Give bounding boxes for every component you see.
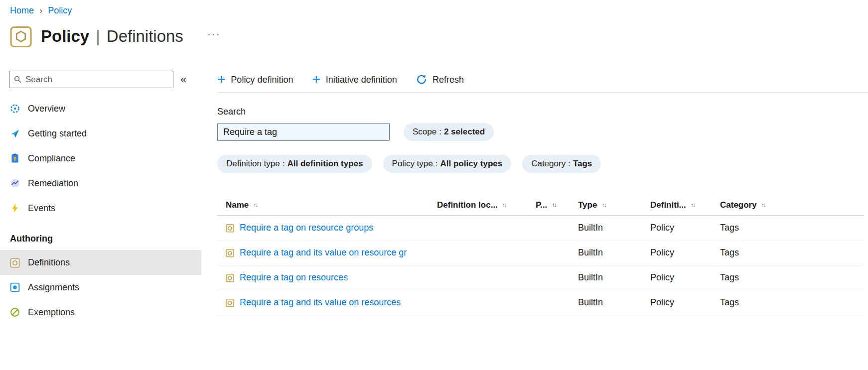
definition-link[interactable]: Require a tag on resources xyxy=(240,272,348,283)
toolbar-divider xyxy=(217,92,868,93)
breadcrumb: Home › Policy xyxy=(0,0,868,16)
cell-definition-type: Policy xyxy=(650,272,720,283)
plus-icon: + xyxy=(217,75,225,84)
filter-pill-value: All policy types xyxy=(440,159,502,169)
sidebar-item-overview[interactable]: Overview xyxy=(0,96,201,121)
search-field-label: Search xyxy=(217,107,868,117)
cell-category: Tags xyxy=(720,247,864,258)
sidebar-item-label: Overview xyxy=(28,104,65,114)
sidebar-item-remediation[interactable]: Remediation xyxy=(0,171,201,196)
filter-pill-separator: : xyxy=(435,159,438,169)
sort-icon: ↑↓ xyxy=(253,202,257,209)
column-header-label: Definiti... xyxy=(650,200,686,210)
table-row[interactable]: Require a tag and its value on resource … xyxy=(217,241,864,265)
sidebar-item-compliance[interactable]: Compliance xyxy=(0,146,201,171)
sidebar-item-getting-started[interactable]: Getting started xyxy=(0,121,201,146)
filter-pill-name: Policy type xyxy=(392,159,433,169)
filter-pill-definition-type[interactable]: Definition type : All definition types xyxy=(217,155,372,173)
sidebar-item-label: Getting started xyxy=(28,128,87,139)
name-cell: Require a tag on resource groups xyxy=(226,223,437,233)
sidebar-item-label: Remediation xyxy=(28,178,78,189)
policy-definition-icon xyxy=(226,248,234,257)
filter-row-2: Definition type : All definition types P… xyxy=(217,155,868,173)
assignments-icon xyxy=(10,282,20,292)
column-header-definition-location[interactable]: Definition loc... ↑↓ xyxy=(437,200,536,210)
definitions-table: Name ↑↓ Definition loc... ↑↓ P... ↑↓ Typ… xyxy=(217,195,868,315)
name-cell: Require a tag and its value on resource … xyxy=(226,247,437,258)
sidebar-searchbox[interactable] xyxy=(9,71,173,88)
breadcrumb-policy-link[interactable]: Policy xyxy=(48,5,72,16)
sidebar-section-authoring: Authoring xyxy=(0,221,201,250)
policy-definition-button[interactable]: + Policy definition xyxy=(217,75,293,85)
table-row[interactable]: Require a tag on resources BuiltIn Polic… xyxy=(217,265,864,290)
column-header-label: P... xyxy=(536,200,547,210)
table-row[interactable]: Require a tag and its value on resources… xyxy=(217,290,864,315)
column-header-label: Type xyxy=(578,200,597,210)
column-header-name[interactable]: Name ↑↓ xyxy=(226,200,437,210)
column-header-definition-type[interactable]: Definiti... ↑↓ xyxy=(650,200,720,210)
sidebar-item-label: Assignments xyxy=(28,282,79,293)
sort-icon: ↑↓ xyxy=(502,202,506,209)
cell-type: BuiltIn xyxy=(578,272,650,283)
name-cell: Require a tag and its value on resources xyxy=(226,297,437,308)
sort-icon: ↑↓ xyxy=(601,202,605,209)
definition-link[interactable]: Require a tag on resource groups xyxy=(240,223,373,233)
exemptions-icon xyxy=(10,307,20,317)
column-header-category[interactable]: Category ↑↓ xyxy=(720,200,864,210)
sidebar-item-definitions[interactable]: Definitions xyxy=(0,250,201,275)
policy-definition-icon xyxy=(226,273,234,282)
breadcrumb-separator-icon: › xyxy=(39,5,42,16)
filter-pill-policy-type[interactable]: Policy type : All policy types xyxy=(383,155,512,173)
column-header-policies[interactable]: P... ↑↓ xyxy=(536,200,578,210)
cell-definition-type: Policy xyxy=(650,247,720,258)
column-header-label: Name xyxy=(226,200,249,210)
column-header-label: Definition loc... xyxy=(437,200,498,210)
filter-row-1: Scope : 2 selected xyxy=(217,123,868,141)
more-options-icon[interactable]: ··· xyxy=(207,28,221,40)
sidebar-item-label: Definitions xyxy=(28,257,70,268)
sidebar-item-label: Exemptions xyxy=(28,307,75,318)
definition-search-input[interactable] xyxy=(217,123,390,141)
filter-pill-separator: : xyxy=(283,159,285,169)
cell-category: Tags xyxy=(720,297,864,308)
filter-pill-value: 2 selected xyxy=(444,127,485,137)
collapse-sidebar-icon[interactable]: « xyxy=(180,73,186,86)
definition-link[interactable]: Require a tag and its value on resources xyxy=(240,297,401,308)
filter-pill-scope[interactable]: Scope : 2 selected xyxy=(404,123,494,141)
cell-type: BuiltIn xyxy=(578,223,650,233)
cell-category: Tags xyxy=(720,272,864,283)
cell-type: BuiltIn xyxy=(578,297,650,308)
refresh-button[interactable]: Refresh xyxy=(416,74,464,85)
sort-icon: ↑↓ xyxy=(761,202,765,209)
sidebar-item-assignments[interactable]: Assignments xyxy=(0,275,201,300)
page-title-primary: Policy xyxy=(41,27,89,46)
filter-pill-name: Scope xyxy=(413,127,436,137)
column-header-type[interactable]: Type ↑↓ xyxy=(578,200,650,210)
cell-definition-type: Policy xyxy=(650,223,720,233)
command-bar: + Policy definition + Initiative definit… xyxy=(217,71,868,89)
sidebar: « Overview Getting started Compliance xyxy=(0,71,201,325)
cell-definition-type: Policy xyxy=(650,297,720,308)
title-separator: | xyxy=(96,27,100,46)
column-header-label: Category xyxy=(720,200,757,210)
definition-link[interactable]: Require a tag and its value on resource … xyxy=(240,247,407,258)
sidebar-item-exemptions[interactable]: Exemptions xyxy=(0,300,201,325)
sidebar-search-input[interactable] xyxy=(25,75,168,85)
overview-icon xyxy=(10,104,20,114)
definitions-icon xyxy=(10,257,20,268)
initiative-definition-button[interactable]: + Initiative definition xyxy=(312,75,397,85)
search-icon xyxy=(14,76,21,83)
filter-pill-category[interactable]: Category : Tags xyxy=(522,155,601,173)
breadcrumb-home-link[interactable]: Home xyxy=(10,5,34,16)
sidebar-item-events[interactable]: Events xyxy=(0,196,201,221)
policy-page-icon xyxy=(10,25,32,48)
policy-definition-icon xyxy=(226,224,234,233)
table-row[interactable]: Require a tag on resource groups BuiltIn… xyxy=(217,216,864,241)
events-icon xyxy=(10,203,20,213)
filter-pill-name: Category xyxy=(531,159,566,169)
sidebar-menu: Overview Getting started Compliance Reme… xyxy=(0,96,201,325)
remediation-icon xyxy=(10,178,20,188)
sidebar-item-label: Events xyxy=(28,203,55,214)
filter-pill-separator: : xyxy=(439,127,441,137)
page-title: Policy | Definitions xyxy=(41,27,183,46)
